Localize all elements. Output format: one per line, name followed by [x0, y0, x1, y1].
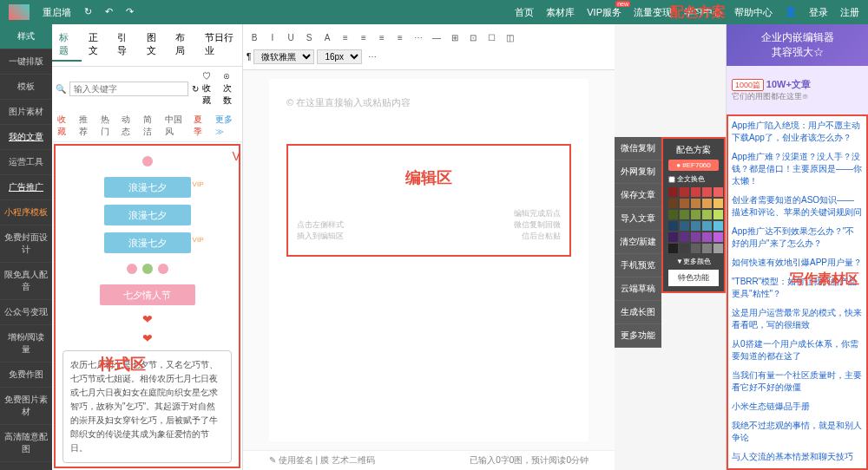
color-swatch[interactable]: [668, 232, 678, 242]
action-import[interactable]: 导入文章: [615, 207, 661, 231]
color-swatch[interactable]: [680, 187, 689, 197]
article-link[interactable]: 从0搭建一个用户成长体系，你需要知道的都在这了: [732, 338, 863, 362]
sidebar-monetize[interactable]: 公众号变现: [0, 300, 52, 325]
filter-hot[interactable]: 热门: [101, 114, 115, 138]
color-swatch[interactable]: [668, 221, 678, 231]
article-link[interactable]: 创业者需要知道的ASO知识——描述和评论、苹果的关键词规则问: [732, 194, 863, 219]
fav-filter[interactable]: ♡ 收藏: [202, 70, 220, 107]
color-swatch[interactable]: [702, 210, 712, 219]
logo[interactable]: [9, 4, 30, 20]
nav-login[interactable]: 登录: [809, 6, 828, 19]
style-item-2[interactable]: 浪漫七夕: [104, 205, 191, 225]
color-swatch[interactable]: [680, 210, 689, 219]
format-icon[interactable]: ¶: [247, 52, 251, 62]
action-wxcopy[interactable]: 微信复制: [615, 137, 661, 160]
align-right-button[interactable]: ≡: [374, 29, 390, 45]
color-swatch[interactable]: [691, 210, 700, 219]
article-link[interactable]: App推广难？没渠道？没人手？没钱？都是借口！主要原因是——你太懒！: [732, 151, 863, 187]
sidebar-fans[interactable]: 增粉/阅读量: [0, 325, 52, 362]
article-link[interactable]: 当我们有量一个社区质量时，主要看它好不好的做僵: [732, 369, 863, 394]
hr-button[interactable]: —: [429, 29, 444, 45]
article-link[interactable]: 与人交流的基本情景和聊天技巧: [732, 451, 863, 463]
style-item-3[interactable]: 浪漫七夕VIP: [104, 232, 191, 253]
color-swatch[interactable]: [702, 221, 712, 231]
tab-layout[interactable]: 布局: [168, 29, 198, 62]
style-text-item[interactable]: 农历七月初七是七夕节，又名乞巧节、七巧节或七姐诞。相传农历七月七日夜或七月六日夜…: [62, 350, 232, 463]
tab-guide[interactable]: 引导: [110, 29, 140, 62]
what-you-see-button[interactable]: ⋯: [411, 29, 426, 45]
promo-banner-1[interactable]: 企业内嵌编辑器 其容强大☆: [727, 24, 868, 66]
style-item-1[interactable]: 浪漫七夕VIP: [104, 177, 191, 198]
color-swatch[interactable]: [668, 210, 678, 219]
sidebar-cover[interactable]: 免费封面设计: [0, 225, 52, 263]
video-button[interactable]: ☐: [483, 29, 499, 45]
filter-fav[interactable]: 收藏: [57, 114, 72, 138]
color-swatch[interactable]: [702, 244, 712, 253]
action-more[interactable]: 更多功能: [615, 324, 661, 348]
color-swatch[interactable]: [713, 221, 723, 231]
edit-zone[interactable]: 编辑区 点击左侧样式 插入到编辑区 编辑完成后点 微信复制回微 信后台粘贴: [286, 144, 571, 257]
sidebar-ads[interactable]: 广告推广: [0, 175, 52, 200]
refresh-icon[interactable]: ↻: [192, 84, 199, 94]
undo-icon[interactable]: ↶: [105, 6, 113, 19]
sidebar-myarticles[interactable]: 我的文章: [0, 125, 52, 150]
nav-register[interactable]: 注册: [840, 6, 859, 19]
color-swatch[interactable]: [680, 232, 689, 242]
user-icon[interactable]: 👤: [785, 6, 797, 19]
color-swatch[interactable]: [668, 199, 678, 208]
filter-dyn[interactable]: 动态: [122, 114, 136, 138]
special-fn-button[interactable]: 特色功能: [668, 270, 719, 286]
action-clear[interactable]: 清空/新建: [615, 231, 661, 254]
redo-icon[interactable]: ↷: [126, 6, 134, 19]
color-swatch[interactable]: [680, 244, 689, 253]
color-swatch[interactable]: [691, 232, 700, 242]
align-center-button[interactable]: ≡: [356, 29, 372, 45]
color-swatch[interactable]: [668, 187, 678, 197]
bold-button[interactable]: B: [247, 29, 262, 45]
refresh-icon[interactable]: ↻: [84, 6, 92, 19]
nav-vip[interactable]: VIP服务new: [587, 6, 621, 19]
promo-banner-2[interactable]: 1000篇 10W+文章 它们的用图都在这里⊙: [727, 66, 868, 114]
sidebar-template[interactable]: 模板: [0, 75, 52, 100]
article-link[interactable]: 小米生态链爆品手册: [732, 401, 863, 413]
sidebar-tools[interactable]: 运营工具: [0, 150, 52, 175]
color-swatch[interactable]: [691, 187, 700, 197]
color-swatch[interactable]: [702, 232, 712, 242]
more-button[interactable]: ⋯: [365, 49, 380, 64]
recent-filter[interactable]: ⊙ 次数: [223, 70, 239, 107]
nav-monetize[interactable]: 流量变现: [634, 6, 672, 19]
color-button[interactable]: A: [319, 29, 335, 45]
color-swatch[interactable]: [702, 199, 712, 208]
sidebar-hdimg[interactable]: 高清随意配图: [0, 425, 52, 462]
filter-more[interactable]: 更多≫: [215, 114, 237, 138]
action-draft[interactable]: 云端草稿: [615, 277, 661, 301]
align-left-button[interactable]: ≡: [338, 29, 353, 45]
nav-help[interactable]: 帮助中心: [734, 6, 773, 19]
article-link[interactable]: 我绝不过悲观的事情，就是和别人争论: [732, 420, 863, 444]
sidebar-layout[interactable]: 一键排版: [0, 49, 52, 75]
color-checkbox[interactable]: 全文换色: [668, 174, 719, 184]
article-link[interactable]: App推广陷入绝境：用户不愿主动下载App了，创业者该怎么办？: [732, 120, 863, 144]
strike-button[interactable]: S: [301, 29, 317, 45]
article-link[interactable]: 这是用户运营最常见的模式，快来看看吧，写的很细致: [732, 307, 863, 331]
sidebar-style[interactable]: 样式: [0, 24, 52, 49]
color-swatch[interactable]: [691, 221, 700, 231]
sidebar-freeimg[interactable]: 免费图片素材: [0, 388, 52, 425]
tab-body[interactable]: 正文: [82, 29, 111, 62]
color-hex[interactable]: ● #EF7060: [668, 160, 719, 171]
sidebar-draw[interactable]: 免费作图: [0, 362, 52, 388]
color-swatch[interactable]: [713, 244, 723, 253]
action-save[interactable]: 保存文章: [615, 184, 661, 207]
editor-canvas[interactable]: © 在这里直接输入或粘贴内容 编辑区 点击左侧样式 插入到编辑区 编辑完成后点 …: [269, 79, 589, 441]
font-select[interactable]: 微软雅黑: [253, 49, 314, 64]
color-swatch[interactable]: [691, 244, 700, 253]
color-swatch[interactable]: [713, 187, 723, 197]
action-preview[interactable]: 手机预览: [615, 254, 661, 277]
color-swatch[interactable]: [668, 244, 678, 253]
filter-cn[interactable]: 中国风: [165, 114, 187, 138]
sidebar-miniapp[interactable]: 小程序模板: [0, 200, 52, 225]
color-swatch[interactable]: [713, 210, 723, 219]
color-swatch[interactable]: [680, 199, 689, 208]
sidebar-unlock[interactable]: 一键解锁: [0, 462, 52, 470]
color-swatch[interactable]: [713, 199, 723, 208]
